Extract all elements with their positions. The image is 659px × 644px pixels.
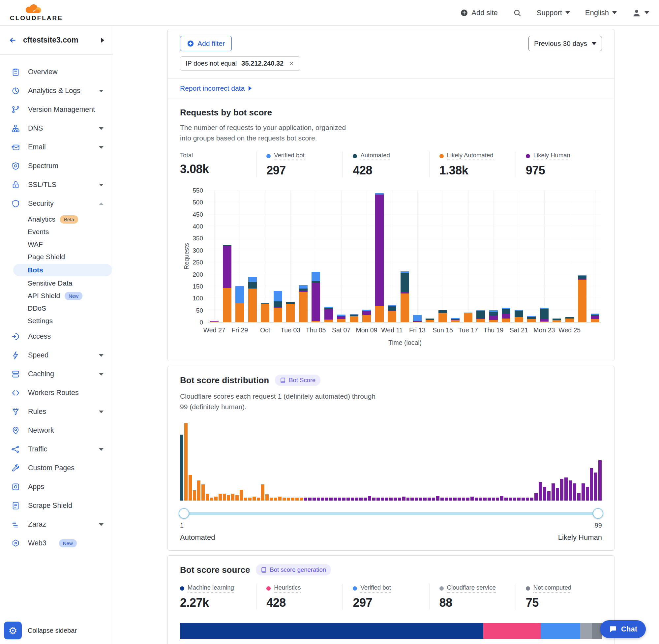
histogram-bar xyxy=(586,487,589,501)
sidebar-item-sensitive-data[interactable]: Sensitive Data xyxy=(0,277,113,290)
sidebar-item-scrape-shield[interactable]: Scrape Shield xyxy=(0,496,113,515)
close-icon[interactable] xyxy=(288,60,295,67)
sidebar-item-email[interactable]: Email xyxy=(0,138,113,157)
search-button[interactable] xyxy=(513,8,521,17)
histogram-bar xyxy=(184,423,188,501)
sidebar-item-label: Access xyxy=(28,332,51,341)
stat-verified-bot: Verified bot297 xyxy=(343,584,429,610)
sidebar-item-waf[interactable]: WAF xyxy=(0,238,113,251)
histogram-bar xyxy=(534,493,538,501)
sidebar-item-rules[interactable]: Rules xyxy=(0,402,113,421)
bar-segment-automated xyxy=(515,310,523,317)
account-menu[interactable] xyxy=(632,8,649,18)
sidebar-item-label: Version Management xyxy=(28,106,95,114)
histogram-bar xyxy=(406,498,410,501)
sidebar-item-security[interactable]: Security xyxy=(0,194,113,213)
chat-bubble-icon xyxy=(609,625,617,634)
sidebar-item-apps[interactable]: Apps xyxy=(0,478,113,496)
sidebar-item-page-shield[interactable]: Page Shield xyxy=(0,251,113,263)
sidebar-item-analytics-logs[interactable]: Analytics & Logs xyxy=(0,82,113,100)
sidebar-item-spectrum[interactable]: Spectrum xyxy=(0,157,113,176)
stat-label[interactable]: Likely Automated xyxy=(447,152,494,160)
stat-label[interactable]: Cloudflare service xyxy=(447,584,496,593)
slider-track[interactable] xyxy=(180,512,602,515)
sidebar-item-analytics[interactable]: AnalyticsBeta xyxy=(0,213,113,226)
sidebar-item-custom-pages[interactable]: Custom Pages xyxy=(0,459,113,478)
stat-label[interactable]: Likely Human xyxy=(534,152,570,160)
stat-label[interactable]: Heuristics xyxy=(274,584,301,593)
bar-slot xyxy=(259,190,271,322)
stat-machine-learning: Machine learning2.27k xyxy=(180,584,256,610)
histogram-bar xyxy=(248,498,252,501)
sidebar-item-bots[interactable]: Bots xyxy=(13,264,112,276)
histogram-bar xyxy=(543,487,546,501)
sidebar-item-speed[interactable]: Speed xyxy=(0,346,113,365)
histogram-bar xyxy=(453,498,456,501)
back-arrow-icon[interactable] xyxy=(8,36,17,45)
sidebar-item-caching[interactable]: Caching xyxy=(0,365,113,384)
slider-handle-max[interactable] xyxy=(593,508,603,519)
sidebar-item-zaraz[interactable]: Zaraz xyxy=(0,515,113,534)
bar-segment-likely-automated xyxy=(565,319,574,322)
date-range-select[interactable]: Previous 30 days xyxy=(528,36,602,51)
stat-value: 1.38k xyxy=(440,164,516,178)
histogram-bar xyxy=(338,498,341,501)
rules-icon xyxy=(11,407,20,416)
settings-gear-button[interactable]: ⚙ xyxy=(4,622,22,639)
bot-score-badge[interactable]: Bot Score xyxy=(275,374,321,386)
add-filter-button[interactable]: Add filter xyxy=(180,36,232,51)
add-site-button[interactable]: Add site xyxy=(460,8,498,17)
bar-slot xyxy=(233,190,246,322)
sidebar-item-settings[interactable]: Settings xyxy=(0,315,113,327)
distribution-histogram xyxy=(180,423,602,501)
stat-label[interactable]: Automated xyxy=(360,152,390,160)
sidebar-item-traffic[interactable]: Traffic xyxy=(0,440,113,459)
sidebar-item-ssl-tls[interactable]: SSL/TLS xyxy=(0,176,113,194)
sidebar-item-workers-routes[interactable]: Workers Routes xyxy=(0,384,113,402)
bar-segment-likely-automated xyxy=(439,313,447,322)
histogram-bar xyxy=(206,493,209,501)
stat-label-row: Heuristics xyxy=(266,584,343,593)
stat-label[interactable]: Verified bot xyxy=(360,584,391,593)
sidebar-item-dns[interactable]: DNS xyxy=(0,119,113,138)
sidebar-item-events[interactable]: Events xyxy=(0,226,113,238)
stacked-bar xyxy=(515,310,523,322)
stacked-bar xyxy=(591,314,599,322)
stat-label[interactable]: Not computed xyxy=(534,584,571,593)
bar-segment-automated xyxy=(476,311,485,319)
sidebar-item-version-management[interactable]: Version Management xyxy=(0,100,113,119)
stat-label[interactable]: Machine learning xyxy=(188,584,234,593)
stacked-bar xyxy=(540,308,548,322)
site-name: cftestsite3.com xyxy=(23,36,78,45)
sidebar-item-overview[interactable]: Overview xyxy=(0,63,113,82)
sidebar-item-network[interactable]: Network xyxy=(0,421,113,440)
cloudflare-logo[interactable]: CLOUDFLARE xyxy=(10,4,59,22)
workers-icon xyxy=(11,388,20,397)
bot-score-generation-badge[interactable]: Bot score generation xyxy=(256,564,331,575)
sidebar-item-access[interactable]: Access xyxy=(0,327,113,346)
histogram-bar xyxy=(210,498,213,501)
histogram-bar xyxy=(312,498,316,501)
report-incorrect-data-link[interactable]: Report incorrect data xyxy=(168,78,614,98)
filter-chip[interactable]: IP does not equal 35.212.240.32 xyxy=(180,56,300,71)
stat-verified-bot: Verified bot297 xyxy=(256,152,343,178)
sidebar-item-label: Analytics & Logs xyxy=(28,87,80,95)
y-tick-label: 250 xyxy=(180,259,203,266)
slider-handle-min[interactable] xyxy=(179,508,189,519)
stacked-bar xyxy=(311,272,320,322)
support-menu[interactable]: Support xyxy=(537,8,570,17)
language-menu[interactable]: English xyxy=(585,8,617,17)
chat-button[interactable]: Chat xyxy=(600,620,646,638)
bar-segment-verified-bot xyxy=(413,315,422,321)
chevron-down-icon xyxy=(99,448,103,451)
bar-segment-likely-automated xyxy=(388,311,396,322)
collapse-sidebar-button[interactable]: Collapse sidebar xyxy=(28,627,77,635)
sidebar-item-ddos[interactable]: DDoS xyxy=(0,302,113,315)
stat-likely-human: Likely Human975 xyxy=(516,152,602,178)
sidebar-item-api-shield[interactable]: API ShieldNew xyxy=(0,290,113,302)
bar-slot xyxy=(462,190,474,322)
sidebar-item-web3[interactable]: Web3New xyxy=(0,534,113,553)
histogram-bar xyxy=(415,498,418,501)
site-selector[interactable]: cftestsite3.com xyxy=(0,26,113,55)
stat-label[interactable]: Verified bot xyxy=(274,152,305,160)
